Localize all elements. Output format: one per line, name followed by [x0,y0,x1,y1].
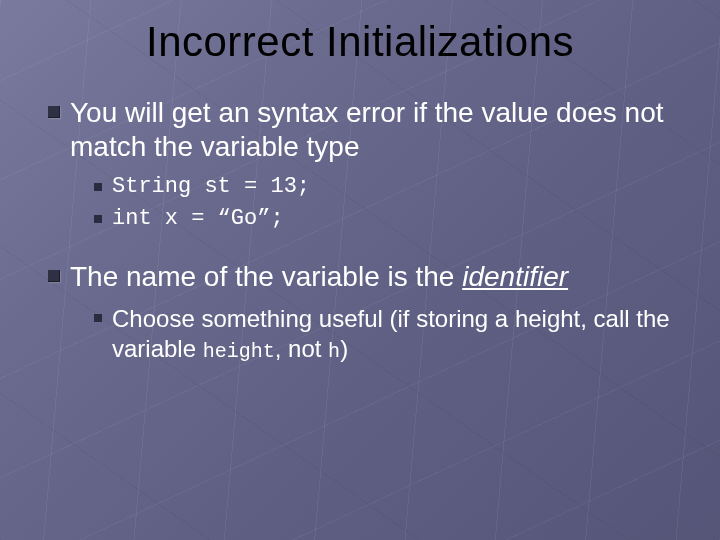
code-inline: h [328,340,340,363]
square-bullet-icon [48,106,60,118]
sub-list: String st = 13; int x = “Go”; [48,173,680,232]
square-bullet-icon [94,183,102,191]
bullet-item: The name of the variable is the identifi… [48,260,680,364]
sub-text: Choose something useful (if storing a he… [112,304,680,364]
code-inline: height [203,340,275,363]
sub-item: String st = 13; [94,173,680,201]
bullet-list: You will get an syntax error if the valu… [48,96,680,364]
square-bullet-icon [94,215,102,223]
code-line: int x = “Go”; [112,205,284,233]
bullet-item: You will get an syntax error if the valu… [48,96,680,232]
sub-item: Choose something useful (if storing a he… [94,304,680,364]
code-line: String st = 13; [112,173,310,201]
sub-list: Choose something useful (if storing a he… [48,304,680,364]
text-run: The name of the variable is the [70,261,462,292]
emphasized-term: identifier [462,261,568,292]
sub-item: int x = “Go”; [94,205,680,233]
square-bullet-icon [48,270,60,282]
text-run: , not [275,335,328,362]
bullet-text: You will get an syntax error if the valu… [70,96,680,163]
text-run: ) [340,335,348,362]
slide: Incorrect Initializations You will get a… [0,0,720,540]
slide-title: Incorrect Initializations [40,18,680,66]
text-run: Choose something useful (if storing a he… [112,305,670,362]
square-bullet-icon [94,314,102,322]
bullet-text: The name of the variable is the identifi… [70,260,568,294]
